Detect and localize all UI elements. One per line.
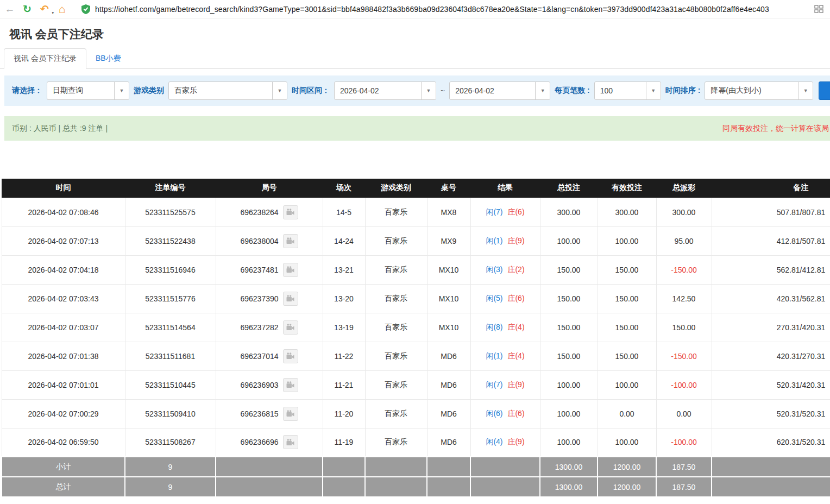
session: 13-19 xyxy=(323,313,365,342)
session: 11-22 xyxy=(323,342,365,370)
video-replay-button[interactable] xyxy=(283,349,298,363)
valid-bet: 100.00 xyxy=(598,370,656,399)
bet-id: 523311509410 xyxy=(125,399,216,428)
table-no: MD6 xyxy=(427,428,470,457)
total-bet-link[interactable]: 150.00 xyxy=(540,313,598,342)
subtotal-total-bet: 1300.00 xyxy=(540,457,598,477)
result-player: 闲(4) xyxy=(486,437,502,446)
date-from-value: 2026-04-02 xyxy=(335,82,421,99)
bet-time: 2026-04-02 07:07:13 xyxy=(2,226,125,255)
bet-time: 2026-04-02 06:59:50 xyxy=(2,428,125,457)
col-game-type: 游戏类别 xyxy=(365,179,427,198)
empty-cell xyxy=(365,477,427,497)
video-replay-button[interactable] xyxy=(283,292,298,306)
chevron-down-icon[interactable]: ▼ xyxy=(272,82,287,99)
result-player: 闲(6) xyxy=(486,409,502,418)
session: 14-5 xyxy=(323,198,365,226)
valid-bet-notice: 同局有效投注，统一计算在该局 xyxy=(722,124,829,134)
total-bet-link[interactable]: 100.00 xyxy=(540,370,598,399)
page-size-select[interactable]: 100 ▼ xyxy=(594,81,661,100)
col-valid-bet: 有效投注 xyxy=(598,179,656,198)
address-bar[interactable]: https://iohetf.com/game/betrecord_search… xyxy=(77,2,809,16)
game-type: 百家乐 xyxy=(365,370,427,399)
remark: 412.81/507.81 xyxy=(712,226,830,255)
remark: 507.81/807.81 xyxy=(712,198,830,226)
round-cell: 696237014 xyxy=(216,342,323,370)
home-icon[interactable]: ⌂ xyxy=(54,2,70,17)
payout: -100.00 xyxy=(656,370,712,399)
video-replay-button[interactable] xyxy=(283,378,298,392)
total-bet-link[interactable]: 150.00 xyxy=(540,284,598,313)
result-banker: 庄(4) xyxy=(507,351,524,360)
tab-bet-records[interactable]: 视讯 会员下注纪录 xyxy=(4,48,86,69)
url-text: https://iohetf.com/game/betrecord_search… xyxy=(95,5,769,14)
payout: 0.00 xyxy=(656,399,712,428)
query-type-select[interactable]: 日期查询 ▼ xyxy=(47,81,129,100)
col-result: 结果 xyxy=(470,179,540,198)
round-cell: 696238264 xyxy=(216,198,323,226)
result-banker: 庄(6) xyxy=(507,294,524,303)
select-label: 请选择： xyxy=(12,86,42,96)
table-row: 2026-04-02 07:01:01 523311510445 6962369… xyxy=(2,370,830,399)
empty-cell xyxy=(216,477,323,497)
result-cell: 闲(1) 庄(9) xyxy=(470,226,540,255)
total-bet-link[interactable]: 100.00 xyxy=(540,428,598,457)
extensions-grid-icon[interactable] xyxy=(812,2,826,16)
refresh-icon[interactable]: ↻ xyxy=(20,2,35,17)
video-replay-button[interactable] xyxy=(283,320,298,335)
bet-time: 2026-04-02 07:03:43 xyxy=(2,284,125,313)
back-icon[interactable]: ← xyxy=(2,2,17,17)
chevron-down-icon[interactable]: ▼ xyxy=(114,82,129,99)
total-bet-link[interactable]: 100.00 xyxy=(540,226,598,255)
total-bet-link[interactable]: 150.00 xyxy=(540,342,598,370)
date-to-input[interactable]: 2026-04-02 ▼ xyxy=(449,81,550,100)
total-bet-link[interactable]: 150.00 xyxy=(540,255,598,284)
sort-select[interactable]: 降幂(由大到小) ▼ xyxy=(705,81,813,100)
result-cell: 闲(7) 庄(9) xyxy=(470,370,540,399)
chevron-down-icon[interactable]: ▼ xyxy=(646,82,661,99)
table-no: MX10 xyxy=(427,284,470,313)
table-row: 2026-04-02 07:07:13 523311522438 6962380… xyxy=(2,226,830,255)
video-camera-icon xyxy=(286,439,294,446)
game-type: 百家乐 xyxy=(365,255,427,284)
round-cell: 696236696 xyxy=(216,428,323,457)
bet-id: 523311510445 xyxy=(125,370,216,399)
video-replay-button[interactable] xyxy=(283,234,298,248)
col-total-bet: 总投注 xyxy=(540,179,598,198)
empty-cell xyxy=(216,457,323,477)
video-camera-icon xyxy=(286,266,294,273)
payout: -100.00 xyxy=(656,428,712,457)
game-type: 百家乐 xyxy=(365,313,427,342)
chevron-down-icon[interactable]: ▼ xyxy=(535,82,550,99)
tab-bb-tips[interactable]: BB小费 xyxy=(86,49,130,68)
video-camera-icon xyxy=(286,352,294,360)
browser-chrome: ← ↻ ↶▾ ⌂ https://iohetf.com/game/betreco… xyxy=(0,0,830,18)
round-cell: 696238004 xyxy=(216,226,323,255)
result-banker: 庄(9) xyxy=(507,437,524,446)
game-type-select[interactable]: 百家乐 ▼ xyxy=(168,81,287,100)
payout: -150.00 xyxy=(656,255,712,284)
remark: 270.31/420.31 xyxy=(712,313,830,342)
video-replay-button[interactable] xyxy=(283,407,298,421)
round-id: 696238264 xyxy=(240,208,278,217)
table-row: 2026-04-02 06:59:50 523311508267 6962366… xyxy=(2,428,830,457)
date-from-input[interactable]: 2026-04-02 ▼ xyxy=(334,81,436,100)
session: 11-21 xyxy=(323,370,365,399)
chevron-down-icon[interactable]: ▼ xyxy=(798,82,813,99)
bet-time: 2026-04-02 07:01:38 xyxy=(2,342,125,370)
search-button[interactable] xyxy=(819,81,830,100)
video-replay-button[interactable] xyxy=(283,435,298,449)
table-row: 2026-04-02 07:03:43 523311515776 6962373… xyxy=(2,284,830,313)
sort-value: 降幂(由大到小) xyxy=(705,82,798,99)
game-type: 百家乐 xyxy=(365,399,427,428)
video-replay-button[interactable] xyxy=(283,263,298,277)
undo-history-icon[interactable]: ↶▾ xyxy=(37,2,52,17)
range-tilde: ~ xyxy=(441,86,445,95)
total-bet-link[interactable]: 300.00 xyxy=(540,198,598,226)
session: 11-20 xyxy=(323,399,365,428)
total-bet-link[interactable]: 100.00 xyxy=(540,399,598,428)
video-replay-button[interactable] xyxy=(283,205,298,219)
empty-cell xyxy=(470,457,540,477)
chevron-down-icon[interactable]: ▼ xyxy=(421,82,436,99)
filter-bar: 请选择： 日期查询 ▼ 游戏类别 百家乐 ▼ 时间区间： 2026-04-02 … xyxy=(4,75,830,106)
